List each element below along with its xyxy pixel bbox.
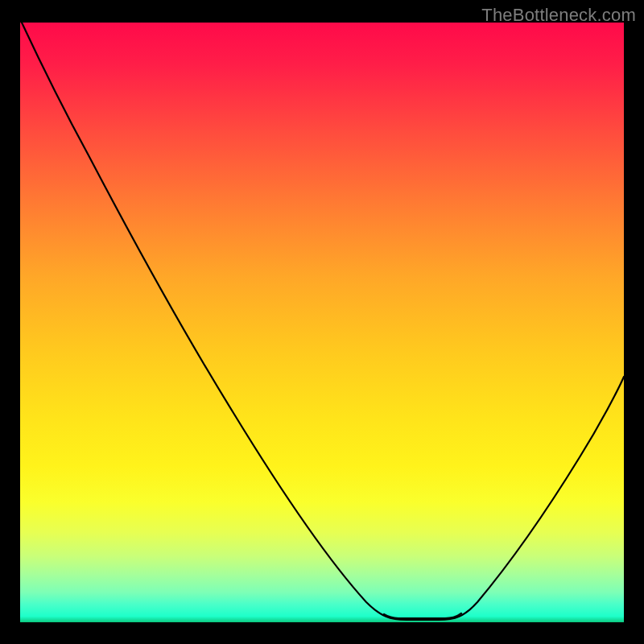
curve-layer [20, 23, 624, 622]
optimum-band-highlight [384, 613, 461, 618]
plot-area [20, 23, 624, 622]
watermark-text: TheBottleneck.com [481, 5, 636, 26]
bottleneck-curve [22, 23, 624, 620]
chart-frame: TheBottleneck.com [0, 0, 644, 644]
